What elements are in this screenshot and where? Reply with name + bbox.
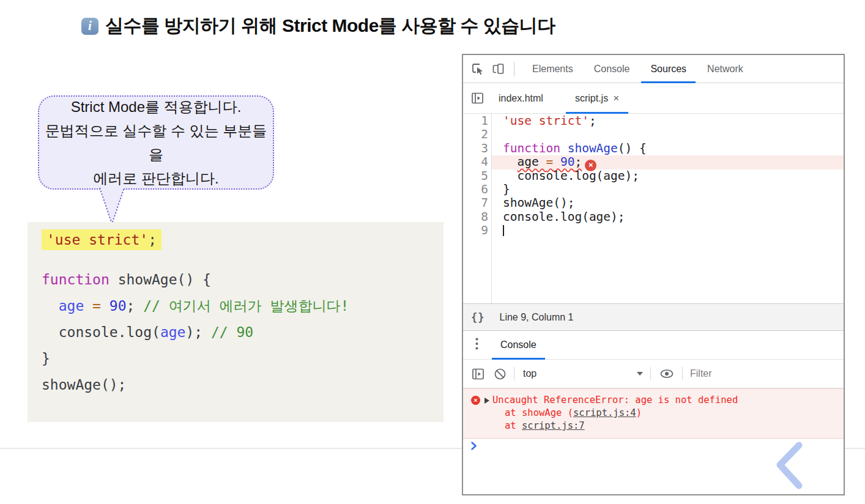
cursor-position: Line 9, Column 1 xyxy=(499,312,573,323)
editor-error-line: age = 90;× xyxy=(492,155,844,169)
page-title-text: 실수를 방지하기 위해 Strict Mode를 사용할 수 있습니다 xyxy=(105,13,555,39)
code-line: } xyxy=(42,346,444,372)
console-sidebar-icon[interactable] xyxy=(471,367,485,381)
editor-line: console.log(age); xyxy=(492,210,844,224)
code-line: console.log(age); // 90 xyxy=(42,319,444,346)
stack-frame: at showAge (script.js:4) xyxy=(463,407,844,420)
editor-status-bar: {} Line 9, Column 1 xyxy=(463,303,844,330)
editor-code: 'use strict'; function showAge() { age =… xyxy=(492,114,844,303)
editor-line: } xyxy=(492,183,844,196)
filter-input[interactable] xyxy=(690,365,844,383)
text-cursor xyxy=(503,225,504,236)
tab-network[interactable]: Network xyxy=(697,55,754,83)
error-icon: × xyxy=(471,396,480,405)
callout-bubble: Strict Mode를 적용합니다. 문법적으로 실수할 수 있는 부분들을 … xyxy=(38,95,274,190)
code-snippet: 'use strict'; function showAge() { age =… xyxy=(28,222,444,422)
error-text: Uncaught ReferenceError: age is not defi… xyxy=(492,394,738,407)
callout-tail xyxy=(95,187,129,226)
callout-line: Strict Mode를 적용합니다. xyxy=(71,95,242,119)
file-tab-script-js[interactable]: script.js× xyxy=(566,83,628,114)
toolbar-separator xyxy=(514,367,514,380)
page-title: i 실수를 방지하기 위해 Strict Mode를 사용할 수 있습니다 xyxy=(81,13,555,39)
inspect-element-icon[interactable] xyxy=(470,62,485,76)
source-link[interactable]: script.js:4 xyxy=(573,407,636,418)
pretty-print-icon[interactable]: {} xyxy=(471,311,484,324)
code-line: function showAge() { xyxy=(42,267,444,293)
callout-line: 문법적으로 실수할 수 있는 부분들을 xyxy=(39,119,273,166)
editor-line: console.log(age); xyxy=(492,169,844,183)
toolbar-separator xyxy=(514,62,514,76)
console-toolbar: top xyxy=(463,360,844,388)
tab-console[interactable]: Console xyxy=(584,55,640,83)
file-tab-index-html[interactable]: index.html xyxy=(489,83,552,114)
devtools-main-toolbar: Elements Console Sources Network xyxy=(463,55,844,83)
editor-line: showAge(); xyxy=(492,196,844,210)
navigation-chevron-icon[interactable] xyxy=(774,441,804,490)
navigator-panel-icon[interactable] xyxy=(470,91,484,105)
device-toolbar-icon[interactable] xyxy=(491,62,505,76)
live-expression-icon[interactable] xyxy=(659,367,675,380)
code-line: age = 90; // 여기서 에러가 발생합니다! xyxy=(42,293,444,319)
line-number-gutter: 1 2 3 4 5 6 7 8 9 xyxy=(463,114,492,303)
editor-line: function showAge() { xyxy=(492,142,844,155)
console-error-message: × Uncaught ReferenceError: age is not de… xyxy=(463,388,844,439)
tab-elements[interactable]: Elements xyxy=(522,55,584,83)
tab-console-drawer[interactable]: Console xyxy=(492,330,545,360)
devtools-file-tabs: index.html script.js× xyxy=(463,83,844,114)
devtools-panel: Elements Console Sources Network index.h… xyxy=(462,54,845,495)
code-line: 'use strict'; xyxy=(42,227,444,253)
console-prompt-icon[interactable] xyxy=(471,442,477,453)
info-icon: i xyxy=(81,18,98,35)
tab-sources[interactable]: Sources xyxy=(640,55,697,83)
editor-line xyxy=(492,224,844,237)
source-editor[interactable]: 1 2 3 4 5 6 7 8 9 'use strict'; function… xyxy=(463,114,844,303)
editor-line: 'use strict'; xyxy=(492,114,844,128)
clear-console-icon[interactable] xyxy=(494,368,507,380)
stack-frame: at script.js:7 xyxy=(463,420,844,432)
more-options-icon[interactable] xyxy=(475,338,478,352)
toolbar-separator xyxy=(682,367,683,380)
close-tab-icon[interactable]: × xyxy=(613,92,619,105)
expand-arrow-icon[interactable] xyxy=(484,398,489,404)
console-drawer-tabs: Console xyxy=(463,330,844,360)
code-line: showAge(); xyxy=(42,372,444,398)
toolbar-separator xyxy=(650,367,651,380)
editor-line xyxy=(492,128,844,141)
chevron-down-icon xyxy=(637,372,643,376)
context-selector[interactable]: top xyxy=(523,368,643,379)
source-link[interactable]: script.js:7 xyxy=(522,420,585,431)
